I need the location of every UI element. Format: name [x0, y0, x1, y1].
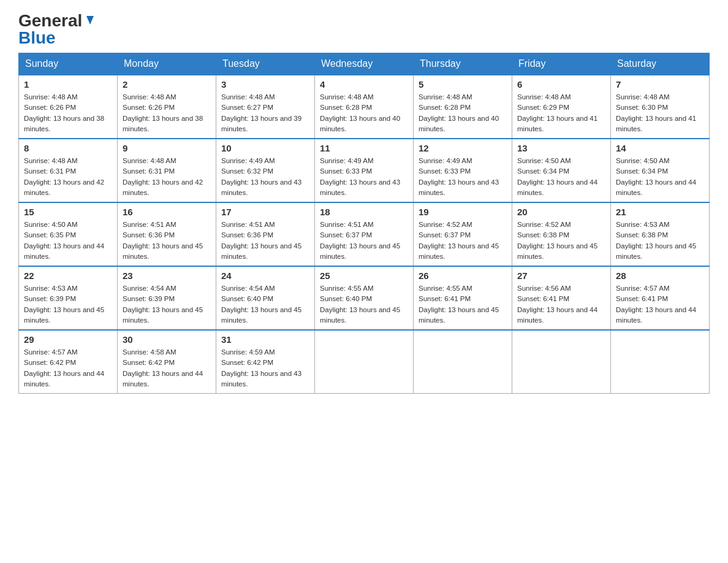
day-info: Sunrise: 4:48 AM Sunset: 6:31 PM Dayligh… [123, 156, 211, 198]
calendar-cell [512, 330, 611, 394]
calendar-week-row-2: 8 Sunrise: 4:48 AM Sunset: 6:31 PM Dayli… [19, 139, 710, 202]
day-info: Sunrise: 4:50 AM Sunset: 6:34 PM Dayligh… [517, 156, 605, 198]
calendar-cell: 26 Sunrise: 4:55 AM Sunset: 6:41 PM Dayl… [414, 266, 512, 330]
day-info: Sunrise: 4:48 AM Sunset: 6:28 PM Dayligh… [320, 92, 408, 134]
calendar-cell: 6 Sunrise: 4:48 AM Sunset: 6:29 PM Dayli… [512, 75, 611, 139]
calendar-cell [315, 330, 414, 394]
day-info: Sunrise: 4:50 AM Sunset: 6:35 PM Dayligh… [24, 220, 112, 262]
day-number: 8 [24, 143, 112, 153]
day-info: Sunrise: 4:59 AM Sunset: 6:42 PM Dayligh… [221, 347, 309, 389]
calendar-cell: 7 Sunrise: 4:48 AM Sunset: 6:30 PM Dayli… [611, 75, 710, 139]
calendar-header-saturday: Saturday [611, 53, 710, 75]
logo-general-text: General [18, 12, 82, 29]
day-info: Sunrise: 4:58 AM Sunset: 6:42 PM Dayligh… [123, 347, 211, 389]
day-info: Sunrise: 4:48 AM Sunset: 6:26 PM Dayligh… [24, 92, 112, 134]
day-number: 24 [221, 270, 309, 281]
day-info: Sunrise: 4:57 AM Sunset: 6:42 PM Dayligh… [24, 347, 112, 389]
day-info: Sunrise: 4:55 AM Sunset: 6:41 PM Dayligh… [419, 283, 507, 326]
day-info: Sunrise: 4:48 AM Sunset: 6:29 PM Dayligh… [517, 92, 605, 134]
calendar-header-monday: Monday [118, 53, 216, 75]
calendar-cell: 15 Sunrise: 4:50 AM Sunset: 6:35 PM Dayl… [19, 202, 118, 266]
day-number: 3 [221, 79, 309, 90]
calendar-header-row: SundayMondayTuesdayWednesdayThursdayFrid… [19, 53, 710, 75]
calendar-week-row-4: 22 Sunrise: 4:53 AM Sunset: 6:39 PM Dayl… [19, 266, 710, 330]
day-info: Sunrise: 4:50 AM Sunset: 6:34 PM Dayligh… [616, 156, 704, 198]
day-number: 20 [517, 207, 605, 217]
day-info: Sunrise: 4:51 AM Sunset: 6:36 PM Dayligh… [221, 220, 309, 262]
calendar-cell: 11 Sunrise: 4:49 AM Sunset: 6:33 PM Dayl… [315, 139, 414, 202]
day-info: Sunrise: 4:49 AM Sunset: 6:33 PM Dayligh… [320, 156, 408, 198]
day-info: Sunrise: 4:54 AM Sunset: 6:40 PM Dayligh… [221, 283, 309, 326]
day-number: 17 [221, 207, 309, 217]
calendar-cell: 19 Sunrise: 4:52 AM Sunset: 6:37 PM Dayl… [414, 202, 512, 266]
day-info: Sunrise: 4:56 AM Sunset: 6:41 PM Dayligh… [517, 283, 605, 326]
day-number: 23 [123, 270, 211, 281]
calendar-header-sunday: Sunday [19, 53, 118, 75]
day-info: Sunrise: 4:53 AM Sunset: 6:39 PM Dayligh… [24, 283, 112, 326]
day-number: 31 [221, 334, 309, 345]
day-number: 30 [123, 334, 211, 345]
calendar-table: SundayMondayTuesdayWednesdayThursdayFrid… [18, 53, 710, 394]
day-info: Sunrise: 4:48 AM Sunset: 6:27 PM Dayligh… [221, 92, 309, 134]
logo-blue-text: Blue [18, 29, 56, 47]
calendar-cell: 24 Sunrise: 4:54 AM Sunset: 6:40 PM Dayl… [216, 266, 315, 330]
calendar-cell [611, 330, 710, 394]
svg-marker-0 [86, 16, 94, 25]
calendar-header-wednesday: Wednesday [315, 53, 414, 75]
calendar-cell: 25 Sunrise: 4:55 AM Sunset: 6:40 PM Dayl… [315, 266, 414, 330]
calendar-cell: 21 Sunrise: 4:53 AM Sunset: 6:38 PM Dayl… [611, 202, 710, 266]
day-number: 27 [517, 270, 605, 281]
calendar-cell: 18 Sunrise: 4:51 AM Sunset: 6:37 PM Dayl… [315, 202, 414, 266]
day-number: 16 [123, 207, 211, 217]
day-number: 18 [320, 207, 408, 217]
day-number: 1 [24, 79, 112, 90]
calendar-cell: 23 Sunrise: 4:54 AM Sunset: 6:39 PM Dayl… [118, 266, 216, 330]
header: General Blue [18, 12, 710, 47]
day-info: Sunrise: 4:55 AM Sunset: 6:40 PM Dayligh… [320, 283, 408, 326]
logo: General Blue [18, 12, 97, 47]
calendar-cell: 13 Sunrise: 4:50 AM Sunset: 6:34 PM Dayl… [512, 139, 611, 202]
calendar-cell: 1 Sunrise: 4:48 AM Sunset: 6:26 PM Dayli… [19, 75, 118, 139]
day-number: 4 [320, 79, 408, 90]
day-number: 9 [123, 143, 211, 153]
page-container: General Blue SundayMondayTuesdayWednesda… [18, 12, 710, 394]
day-number: 26 [419, 270, 507, 281]
calendar-cell: 28 Sunrise: 4:57 AM Sunset: 6:41 PM Dayl… [611, 266, 710, 330]
calendar-cell: 29 Sunrise: 4:57 AM Sunset: 6:42 PM Dayl… [19, 330, 118, 394]
day-info: Sunrise: 4:53 AM Sunset: 6:38 PM Dayligh… [616, 220, 704, 262]
logo-triangle-icon [83, 13, 97, 27]
day-number: 22 [24, 270, 112, 281]
calendar-cell: 10 Sunrise: 4:49 AM Sunset: 6:32 PM Dayl… [216, 139, 315, 202]
day-number: 13 [517, 143, 605, 153]
day-number: 10 [221, 143, 309, 153]
calendar-cell: 12 Sunrise: 4:49 AM Sunset: 6:33 PM Dayl… [414, 139, 512, 202]
day-number: 15 [24, 207, 112, 217]
calendar-cell: 16 Sunrise: 4:51 AM Sunset: 6:36 PM Dayl… [118, 202, 216, 266]
day-number: 29 [24, 334, 112, 345]
day-info: Sunrise: 4:57 AM Sunset: 6:41 PM Dayligh… [616, 283, 704, 326]
day-info: Sunrise: 4:52 AM Sunset: 6:38 PM Dayligh… [517, 220, 605, 262]
day-info: Sunrise: 4:48 AM Sunset: 6:26 PM Dayligh… [123, 92, 211, 134]
day-info: Sunrise: 4:52 AM Sunset: 6:37 PM Dayligh… [419, 220, 507, 262]
day-info: Sunrise: 4:51 AM Sunset: 6:37 PM Dayligh… [320, 220, 408, 262]
calendar-cell: 27 Sunrise: 4:56 AM Sunset: 6:41 PM Dayl… [512, 266, 611, 330]
calendar-cell: 3 Sunrise: 4:48 AM Sunset: 6:27 PM Dayli… [216, 75, 315, 139]
day-number: 2 [123, 79, 211, 90]
calendar-week-row-3: 15 Sunrise: 4:50 AM Sunset: 6:35 PM Dayl… [19, 202, 710, 266]
calendar-cell: 17 Sunrise: 4:51 AM Sunset: 6:36 PM Dayl… [216, 202, 315, 266]
day-info: Sunrise: 4:48 AM Sunset: 6:31 PM Dayligh… [24, 156, 112, 198]
day-number: 6 [517, 79, 605, 90]
calendar-header-tuesday: Tuesday [216, 53, 315, 75]
calendar-cell: 9 Sunrise: 4:48 AM Sunset: 6:31 PM Dayli… [118, 139, 216, 202]
day-number: 12 [419, 143, 507, 153]
calendar-cell: 31 Sunrise: 4:59 AM Sunset: 6:42 PM Dayl… [216, 330, 315, 394]
calendar-header-thursday: Thursday [414, 53, 512, 75]
day-number: 11 [320, 143, 408, 153]
calendar-header-friday: Friday [512, 53, 611, 75]
calendar-cell: 22 Sunrise: 4:53 AM Sunset: 6:39 PM Dayl… [19, 266, 118, 330]
day-number: 28 [616, 270, 704, 281]
calendar-cell: 20 Sunrise: 4:52 AM Sunset: 6:38 PM Dayl… [512, 202, 611, 266]
day-number: 14 [616, 143, 704, 153]
day-info: Sunrise: 4:51 AM Sunset: 6:36 PM Dayligh… [123, 220, 211, 262]
day-info: Sunrise: 4:54 AM Sunset: 6:39 PM Dayligh… [123, 283, 211, 326]
